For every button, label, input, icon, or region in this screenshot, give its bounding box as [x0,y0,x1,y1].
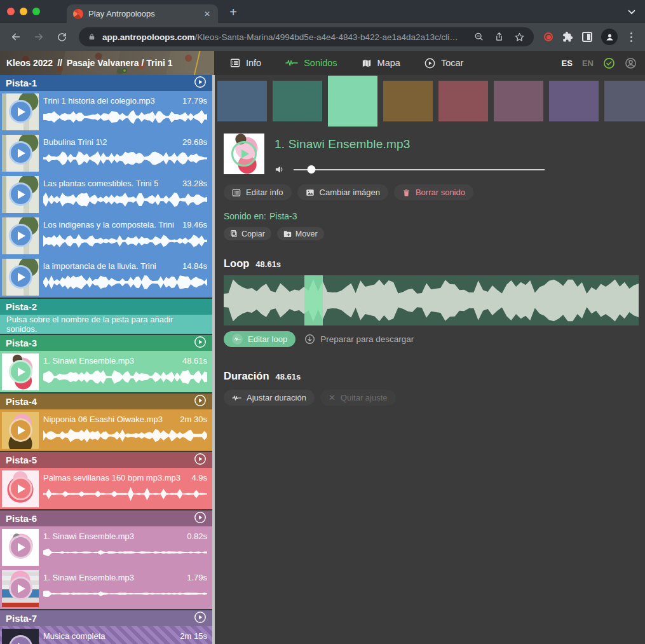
track-color-swatch[interactable] [383,81,433,121]
browser-tab[interactable]: Play Antropoloops ✕ [67,4,218,23]
clip-play-button[interactable] [9,224,32,247]
track-header[interactable]: Pista-4 [0,394,212,409]
track-header[interactable]: Pista-7 [0,610,212,626]
language-en[interactable]: EN [582,58,594,68]
account-icon[interactable] [625,57,637,69]
track-header[interactable]: Pista-2 [0,299,212,315]
clip-item[interactable]: Bubulina Trini 1\229.68s [0,132,212,174]
sound-in-track-link[interactable]: Pista-3 [269,211,297,221]
clip-play-button[interactable] [9,477,32,500]
edit-loop-button[interactable]: Editar loop [224,331,295,347]
track-play-button[interactable] [194,336,207,350]
track-color-swatch[interactable] [549,81,599,121]
clip-item[interactable]: Palmas sevillanas 160 bpm mp3.mp34.9s [0,468,212,509]
edit-info-button[interactable]: Editar info [224,184,292,200]
reload-button[interactable] [52,27,71,46]
clip-waveform[interactable] [43,150,207,167]
track-header[interactable]: Pista-6 [0,510,212,526]
copy-button[interactable]: Copiar [224,227,271,240]
clip-play-button[interactable] [9,265,32,289]
address-bar[interactable]: app.antropoloops.com/Kleos-Santa-Marina/… [79,27,534,46]
sidebar-scrollbar[interactable] [212,75,215,644]
clip-play-button[interactable] [9,577,32,600]
clip-play-button[interactable] [9,360,32,383]
clip-play-button[interactable] [9,535,32,559]
track-name[interactable]: Pista-4 [6,396,37,407]
track-play-button[interactable] [194,453,207,467]
track-play-button[interactable] [194,394,207,409]
forward-button[interactable] [29,27,48,46]
clip-play-button[interactable] [9,635,32,644]
adjust-duration-button[interactable]: Ajustar duración [224,390,315,406]
clip-waveform[interactable] [43,544,207,561]
profile-avatar[interactable] [601,29,618,45]
clip-thumbnail[interactable] [2,135,39,172]
clip-thumbnail[interactable] [2,93,39,130]
share-icon[interactable] [494,32,504,42]
clip-thumbnail[interactable] [2,412,39,449]
move-button[interactable]: Mover [277,227,324,240]
clip-waveform[interactable] [43,233,207,249]
loop-waveform[interactable] [224,275,639,325]
clip-waveform[interactable] [43,109,207,125]
clip-thumbnail[interactable] [2,470,39,507]
clip-title[interactable]: Palmas sevillanas 160 bpm mp3.mp3 [43,473,180,483]
clip-item[interactable]: 1. Sinawi Ensemble.mp30.82s [0,526,212,568]
zoom-window-button[interactable] [32,8,40,15]
nav-tab-sonidos[interactable]: Sonidos [285,58,337,68]
volume-knob[interactable] [307,165,315,174]
clip-waveform[interactable] [43,274,207,291]
clip-item[interactable]: 1. Sinawi Ensemble.mp31.79s [0,568,212,609]
clip-item[interactable]: Musica completa2m 15s [0,626,212,644]
clip-title[interactable]: Musica completa [43,631,105,641]
change-image-button[interactable]: Cambiar imágen [297,184,388,200]
clip-title[interactable]: Nipponia 06 Esashi Oiwake.mp3 [43,414,163,424]
track-name[interactable]: Pista-5 [6,455,37,465]
clip-title[interactable]: 1. Sinawi Ensemble.mp3 [43,356,134,366]
minimize-window-button[interactable] [20,8,27,15]
zoom-page-icon[interactable] [474,32,484,42]
clip-title[interactable]: Los indigenas y la compostela. Trini [43,220,174,230]
clip-waveform[interactable] [43,369,207,385]
track-color-swatch[interactable] [217,81,267,121]
tab-close-icon[interactable]: ✕ [203,10,212,18]
clip-item[interactable]: la importancia de la lluvia. Trini14.84s [0,256,212,298]
language-es[interactable]: ES [562,58,573,68]
clip-item[interactable]: Los indigenas y la compostela. Trini19.4… [0,215,212,256]
track-header[interactable]: Pista-5 [0,452,212,468]
nav-tab-info[interactable]: Info [230,58,261,68]
track-header[interactable]: Pista-3 [0,335,212,351]
track-name[interactable]: Pista-2 [6,301,37,312]
browser-menu-icon[interactable] [627,32,636,42]
breadcrumb-project[interactable]: Kleos 2022 [6,58,53,68]
track-color-swatch[interactable] [273,81,322,121]
clip-title[interactable]: 1. Sinawi Ensemble.mp3 [43,573,134,582]
clip-waveform[interactable] [43,427,207,444]
extensions-puzzle-icon[interactable] [562,31,573,43]
clip-thumbnail[interactable] [2,529,39,566]
clip-play-button[interactable] [9,182,32,206]
clip-play-button[interactable] [9,100,32,123]
track-header[interactable]: Pista-1 [0,75,212,91]
clip-thumbnail[interactable] [2,629,39,644]
track-color-swatch[interactable] [494,81,543,121]
track-name[interactable]: Pista-7 [6,613,37,624]
side-panel-icon[interactable] [582,32,592,42]
track-name[interactable]: Pista-1 [6,78,37,88]
nav-tab-mapa[interactable]: Mapa [362,58,400,68]
remove-adjust-button[interactable]: ✕ Quitar ajuste [320,390,396,406]
track-play-button[interactable] [194,76,207,90]
breadcrumb[interactable]: Kleos 2022//Pasaje Valvanera / Trini 1 [0,58,216,68]
clip-thumbnail[interactable] [2,570,39,607]
clip-thumbnail[interactable] [2,259,39,296]
track-play-button[interactable] [194,611,207,626]
volume-speaker-icon[interactable] [275,165,285,174]
clip-waveform[interactable] [43,191,207,208]
bookmark-star-icon[interactable] [514,32,525,43]
track-color-swatch[interactable] [328,76,377,127]
clip-thumbnail[interactable] [2,176,39,213]
volume-slider[interactable] [294,169,545,170]
clip-waveform[interactable] [43,486,207,502]
clip-item[interactable]: Las plantas comestibles. Trini 533.28s [0,174,212,215]
clip-play-button[interactable] [9,418,32,442]
